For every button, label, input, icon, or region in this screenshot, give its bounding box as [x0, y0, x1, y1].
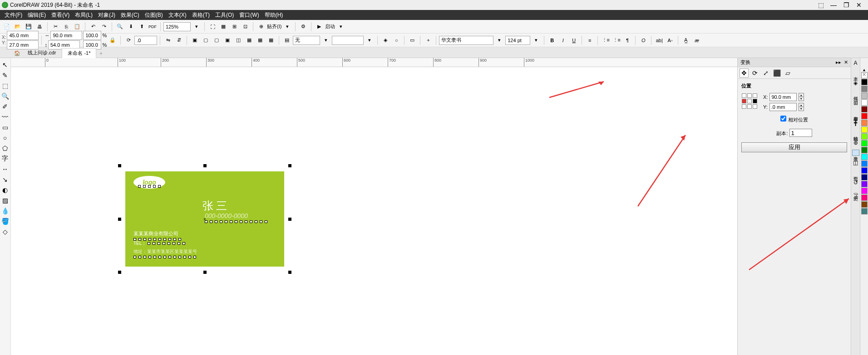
close-path-icon[interactable]: ○: [391, 35, 401, 45]
pdf-icon[interactable]: PDF: [148, 22, 158, 32]
selection-handle[interactable]: [118, 218, 121, 221]
menu-window[interactable]: 窗口(W): [237, 11, 261, 19]
pick-tool-icon[interactable]: ↖: [0, 60, 10, 70]
order-forward-icon[interactable]: ▢: [201, 35, 211, 45]
card-address[interactable]: 地址：某某市某某区某某某某号: [133, 248, 197, 258]
menu-edit[interactable]: 编辑(E): [25, 11, 49, 19]
plus-icon[interactable]: ＋: [423, 35, 433, 45]
ellipse-tool-icon[interactable]: ○: [0, 133, 10, 143]
redo-icon[interactable]: ↷: [99, 22, 109, 32]
side-tab-align[interactable]: 对齐与分布: [852, 110, 859, 116]
shape-tool-icon[interactable]: ✎: [0, 70, 10, 80]
selection-handle[interactable]: [203, 271, 207, 274]
business-card[interactable]: × logo 张 三 000-0000-0000 某某某商业有限公司 TEL：: [125, 171, 284, 267]
connector-tool-icon[interactable]: ↘: [0, 175, 10, 185]
align-panel-icon[interactable]: ⊞: [853, 100, 859, 106]
minimize-button[interactable]: —: [830, 1, 837, 9]
selection-handle[interactable]: [288, 164, 291, 167]
rulers-icon[interactable]: ▦: [218, 22, 228, 32]
new-icon[interactable]: 📄: [2, 22, 12, 32]
effects-tool-icon[interactable]: ◐: [0, 185, 10, 195]
font-size-input[interactable]: [505, 36, 530, 45]
color-swatch[interactable]: [861, 113, 868, 119]
color-swatch[interactable]: [861, 201, 868, 208]
menu-view[interactable]: 查看(V): [49, 11, 72, 19]
side-tab-transform[interactable]: 变换: [852, 150, 859, 156]
reshape-panel-icon[interactable]: ◫: [853, 160, 859, 166]
color-swatch[interactable]: [861, 181, 868, 187]
order-front-icon[interactable]: ▣: [190, 35, 200, 45]
side-tab-properties[interactable]: 属性: [852, 90, 859, 96]
color-swatch[interactable]: [861, 147, 868, 153]
open-icon[interactable]: 📂: [13, 22, 23, 32]
lock-ratio-icon[interactable]: 🔒: [108, 35, 118, 45]
side-tab-reshape[interactable]: 造型: [852, 170, 859, 176]
copy-icon[interactable]: ⎘: [61, 22, 71, 32]
copies-input[interactable]: [789, 129, 812, 137]
close-button[interactable]: ✕: [855, 1, 863, 9]
menu-layout[interactable]: 布局(L): [72, 11, 95, 19]
doc-tab-1[interactable]: 线上问诊.cdr: [22, 48, 62, 58]
card-company[interactable]: 某某某商业有限公司: [133, 230, 181, 241]
scale-x-input[interactable]: [83, 31, 101, 40]
text-panel-icon[interactable]: A: [853, 60, 859, 66]
fill-input[interactable]: [293, 36, 320, 45]
size-dropdown-icon[interactable]: ▾: [531, 35, 541, 45]
font-name-input[interactable]: [439, 36, 493, 45]
menu-tools[interactable]: 工具(O): [212, 11, 237, 19]
text-props-icon[interactable]: A◦: [665, 35, 675, 45]
card-name[interactable]: 张 三: [202, 199, 227, 213]
print-icon[interactable]: 🖶: [35, 22, 44, 32]
italic-icon[interactable]: I: [558, 35, 568, 45]
color-none[interactable]: [861, 72, 868, 78]
import-icon[interactable]: ⬇: [126, 22, 136, 32]
docker-menu-icon[interactable]: ▸▸: [836, 59, 841, 65]
side-tab-history[interactable]: 历史(H): [852, 190, 859, 202]
group-icon[interactable]: ▦: [244, 35, 254, 45]
zoom-tool-icon[interactable]: 🔍: [0, 91, 10, 101]
canvas[interactable]: × logo 张 三 000-0000-0000 某某某商业有限公司 TEL：: [11, 67, 737, 355]
selection-handle[interactable]: [118, 164, 121, 167]
side-tab-guidelines[interactable]: 辅助线: [852, 130, 859, 136]
order-backward-icon[interactable]: ▢: [212, 35, 222, 45]
anchor-cell[interactable]: [747, 99, 752, 103]
horizontal-ruler[interactable]: 0 100 200 300 400 500 600 700 800 900 10…: [11, 58, 737, 67]
color-swatch[interactable]: [861, 188, 868, 194]
eyedropper-tool-icon[interactable]: 💧: [0, 206, 10, 216]
anchor-cell[interactable]: [742, 104, 746, 109]
color-swatch[interactable]: [861, 174, 868, 180]
numbering-icon[interactable]: ⋮≡: [612, 35, 621, 45]
color-swatch[interactable]: [861, 92, 868, 99]
mirror-h-icon[interactable]: ⇋: [163, 35, 173, 45]
transparency-tool-icon[interactable]: ▨: [0, 195, 10, 205]
rectangle-tool-icon[interactable]: ▭: [0, 122, 10, 132]
bold-icon[interactable]: B: [547, 35, 557, 45]
properties-panel-icon[interactable]: ◈: [853, 80, 859, 86]
menu-file[interactable]: 文件(F): [2, 11, 25, 19]
outline-input[interactable]: [332, 36, 364, 45]
underline-icon[interactable]: U: [569, 35, 579, 45]
pos-x-input[interactable]: [7, 31, 39, 40]
anchor-cell[interactable]: [753, 104, 757, 109]
launch-icon[interactable]: ▶: [314, 22, 324, 32]
rotate-tab-icon[interactable]: ⟳: [750, 68, 760, 78]
add-tab-icon[interactable]: ＋: [96, 49, 105, 58]
position-tab-icon[interactable]: ✥: [740, 68, 749, 78]
color-swatch[interactable]: [861, 195, 868, 201]
align-left-icon[interactable]: ≡: [585, 35, 595, 45]
menu-object[interactable]: 对象(J): [95, 11, 118, 19]
color-swatch[interactable]: [861, 99, 868, 106]
selection-handle[interactable]: [288, 218, 291, 221]
color-swatch[interactable]: [861, 140, 868, 146]
outline-dropdown-icon[interactable]: ▾: [365, 35, 375, 45]
color-swatch[interactable]: [861, 120, 868, 126]
launch-label[interactable]: 启动: [325, 23, 335, 30]
transform-y-input[interactable]: [769, 103, 797, 111]
wrap-text-icon[interactable]: ▤: [282, 35, 292, 45]
snap-icon[interactable]: ⊕: [256, 22, 266, 32]
history-panel-icon[interactable]: ↺: [853, 180, 859, 186]
options-icon[interactable]: ⚙: [298, 22, 308, 32]
spinner[interactable]: ▴▾: [799, 93, 804, 101]
dropdown-icon[interactable]: ▾: [282, 22, 292, 32]
color-swatch[interactable]: [861, 86, 868, 92]
